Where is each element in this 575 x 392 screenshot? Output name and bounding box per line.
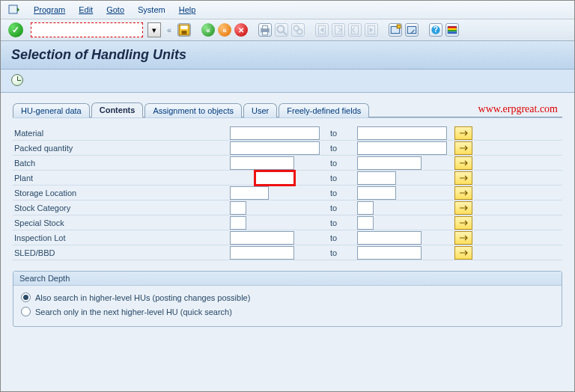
batch-high[interactable] — [357, 156, 422, 170]
menu-edit[interactable]: Edit — [79, 5, 93, 14]
command-field[interactable] — [31, 22, 143, 37]
label-material: Material — [13, 129, 230, 138]
to-label: to — [327, 129, 357, 138]
batch-low[interactable] — [230, 156, 294, 170]
svg-text:?: ? — [433, 25, 438, 34]
new-session-button[interactable] — [389, 23, 402, 37]
title-bar: Selection of Handling Units — [1, 41, 574, 70]
row-stock-category: Stock Category to — [13, 200, 562, 215]
tab-freely-defined[interactable]: Freely-defined fields — [279, 103, 369, 117]
tab-assignment[interactable]: Assignment to objects — [144, 103, 242, 117]
radio-row-next: Search only in the next higher-level HU … — [21, 304, 554, 319]
row-packed-quantity: Packed quantity to — [13, 141, 562, 156]
menu-goto[interactable]: Goto — [106, 5, 124, 14]
menu-help[interactable]: Help — [179, 5, 196, 14]
storage-loc-low[interactable] — [230, 186, 269, 200]
label-inspection-lot: Inspection Lot — [13, 233, 230, 242]
svg-rect-2 — [181, 25, 188, 29]
material-multiple-selection[interactable] — [454, 126, 472, 140]
tab-hu-general[interactable]: HU-general data — [13, 103, 90, 117]
svg-rect-16 — [397, 25, 401, 28]
inspection-lot-low[interactable] — [230, 231, 294, 245]
batch-multiple-selection[interactable] — [454, 156, 472, 170]
row-sled-bbd: SLED/BBD to — [13, 245, 562, 260]
special-stock-multiple-selection[interactable] — [454, 216, 472, 230]
find-button — [275, 23, 288, 37]
label-sled-bbd: SLED/BBD — [13, 248, 230, 257]
main-canvas: HU-general data Contents Assignment to o… — [1, 93, 574, 391]
radio-next-higher[interactable] — [21, 307, 31, 316]
sled-bbd-multiple-selection[interactable] — [454, 246, 472, 260]
inspection-lot-multiple-selection[interactable] — [454, 231, 472, 245]
cancel-button[interactable]: ✕ — [234, 23, 248, 37]
next-page-button — [348, 23, 362, 37]
svg-rect-3 — [182, 31, 187, 34]
session-menu-icon[interactable] — [8, 4, 20, 16]
packed-qty-multiple-selection[interactable] — [454, 141, 472, 155]
menu-bar: Program Edit Goto System Help — [1, 1, 574, 19]
tab-contents[interactable]: Contents — [91, 102, 144, 117]
sled-bbd-low[interactable] — [230, 246, 294, 260]
svg-line-8 — [283, 31, 287, 35]
special-stock-low[interactable] — [230, 216, 246, 230]
execute-button[interactable] — [11, 74, 23, 86]
selection-area: Material to Packed quantity to Batch to … — [13, 117, 562, 260]
collapse-icon[interactable]: « — [167, 25, 171, 34]
svg-rect-23 — [448, 30, 456, 31]
app-toolbar — [1, 70, 574, 93]
svg-rect-6 — [263, 31, 268, 35]
special-stock-high[interactable] — [357, 216, 374, 230]
row-material: Material to — [13, 126, 562, 141]
row-inspection-lot: Inspection Lot to — [13, 230, 562, 245]
inspection-lot-high[interactable] — [357, 231, 422, 245]
svg-point-10 — [297, 29, 302, 34]
stock-cat-low[interactable] — [230, 201, 246, 215]
svg-rect-0 — [9, 5, 17, 13]
back-button[interactable]: « — [201, 23, 215, 37]
svg-point-7 — [277, 25, 284, 32]
label-batch: Batch — [13, 159, 230, 168]
radio-next-label: Search only in the next higher-level HU … — [35, 307, 232, 316]
plant-high[interactable] — [357, 171, 396, 185]
label-stock-category: Stock Category — [13, 203, 230, 212]
help-button[interactable]: ? — [429, 23, 442, 37]
plant-multiple-selection[interactable] — [454, 171, 472, 185]
system-toolbar: ▾ « « « ✕ ? — [1, 19, 574, 41]
row-batch: Batch to — [13, 156, 562, 171]
menu-system[interactable]: System — [138, 5, 165, 14]
stock-cat-multiple-selection[interactable] — [454, 201, 472, 215]
label-storage-location: Storage Location — [13, 189, 230, 197]
row-plant: Plant to — [13, 171, 562, 186]
save-button[interactable] — [177, 23, 191, 37]
tabstrip: HU-general data Contents Assignment to o… — [13, 102, 562, 117]
material-low[interactable] — [230, 126, 320, 140]
menu-program[interactable]: Program — [34, 5, 65, 14]
row-storage-location: Storage Location to — [13, 186, 562, 200]
tab-user[interactable]: User — [243, 103, 277, 117]
storage-loc-multiple-selection[interactable] — [454, 186, 472, 200]
row-special-stock: Special Stock to — [13, 215, 562, 230]
plant-low[interactable] — [255, 171, 294, 185]
sled-bbd-high[interactable] — [357, 246, 422, 260]
last-page-button — [365, 23, 378, 37]
generate-shortcut-button[interactable] — [405, 23, 419, 37]
command-field-dropdown[interactable]: ▾ — [147, 22, 161, 37]
find-next-button — [291, 23, 305, 37]
svg-rect-22 — [448, 28, 456, 30]
packed-qty-low[interactable] — [230, 141, 320, 155]
material-high[interactable] — [357, 126, 447, 140]
packed-qty-high[interactable] — [357, 141, 447, 155]
prev-page-button — [332, 23, 345, 37]
first-page-button — [315, 23, 329, 37]
exit-button[interactable]: « — [218, 23, 231, 37]
storage-loc-high[interactable] — [357, 186, 396, 200]
svg-rect-24 — [448, 31, 456, 33]
radio-row-higher: Also search in higher-level HUs (posting… — [21, 290, 554, 304]
print-button[interactable] — [258, 23, 272, 37]
layout-menu-button[interactable] — [445, 23, 459, 37]
stock-cat-high[interactable] — [357, 201, 374, 215]
radio-higher-level[interactable] — [21, 293, 31, 302]
search-depth-title: Search Depth — [13, 272, 562, 286]
svg-rect-21 — [448, 26, 456, 28]
enter-button[interactable] — [8, 22, 23, 37]
